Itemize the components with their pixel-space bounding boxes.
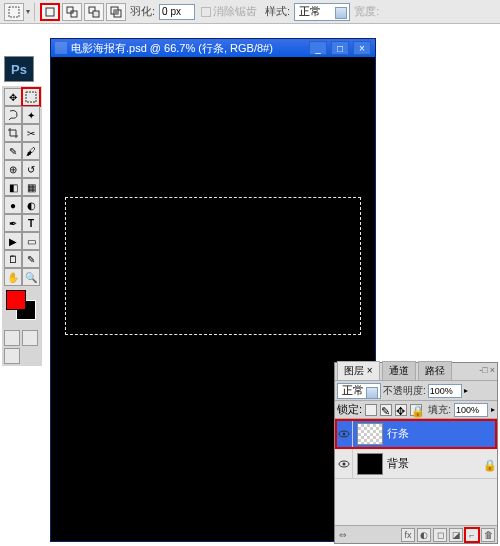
document-icon	[55, 42, 67, 54]
delete-layer-button[interactable]: 🗑	[481, 528, 495, 542]
lock-label: 锁定:	[337, 402, 362, 417]
maximize-button[interactable]: □	[331, 41, 349, 55]
selection-new-button[interactable]	[40, 3, 60, 21]
svg-rect-0	[9, 7, 19, 17]
path-select-tool[interactable]: ▶	[4, 232, 22, 250]
lock-icon: 🔒	[483, 459, 493, 469]
feather-label: 羽化:	[130, 4, 155, 19]
adjustment-layer-button[interactable]: ◻	[433, 528, 447, 542]
dropdown-arrow-icon[interactable]: ▾	[26, 7, 30, 16]
type-tool[interactable]: T	[22, 214, 40, 232]
svg-rect-8	[114, 10, 118, 14]
move-tool[interactable]: ✥	[4, 88, 22, 106]
blend-mode-select[interactable]: 正常	[337, 383, 381, 399]
zoom-tool[interactable]: 🔍	[22, 268, 40, 286]
visibility-toggle[interactable]	[335, 419, 353, 448]
layer-group-button[interactable]: ◪	[449, 528, 463, 542]
layer-lock-row: 锁定: ✎ ✥ 🔒 填充: 100% ▸	[335, 401, 497, 419]
history-brush-tool[interactable]: ↺	[22, 160, 40, 178]
heal-tool[interactable]: ✎	[4, 142, 22, 160]
eyedropper-tool[interactable]: ✎	[22, 250, 40, 268]
layers-panel: 图层 × 通道 路径 -□× 正常 不透明度: 100% ▸ 锁定: ✎ ✥ 🔒…	[334, 362, 498, 544]
close-button[interactable]: ×	[353, 41, 371, 55]
new-layer-button[interactable]: ⌐	[465, 528, 479, 542]
opacity-value[interactable]: 100%	[428, 384, 462, 398]
link-layers-button[interactable]: ⇔	[339, 530, 347, 540]
fill-label: 填充:	[428, 403, 451, 417]
feather-input[interactable]	[159, 4, 195, 20]
panel-menu-icon[interactable]: -□	[479, 365, 487, 375]
shape-tool[interactable]: ▭	[22, 232, 40, 250]
marquee-options-bar: ▾ 羽化: 消除锯齿 样式: 正常 宽度:	[0, 0, 500, 24]
style-label: 样式:	[265, 4, 290, 19]
layer-name[interactable]: 背景	[387, 456, 409, 471]
document-window: 电影海报有.psd @ 66.7% (行条, RGB/8#) _ □ ×	[50, 38, 376, 542]
screen-mode-button[interactable]	[4, 348, 20, 364]
magic-wand-tool[interactable]: ✦	[22, 106, 40, 124]
layers-list: 行条 背景 🔒	[335, 419, 497, 525]
opacity-arrow-icon[interactable]: ▸	[464, 386, 468, 395]
fill-value[interactable]: 100%	[454, 403, 488, 417]
toolbox: ✥ ✦ ✂ ✎🖌 ⊕↺ ◧▦ ●◐ ✒T ▶▭ 🗒✎ ✋🔍	[2, 86, 42, 366]
lock-position-icon[interactable]: ✥	[395, 404, 407, 416]
antialias-checkbox: 消除锯齿	[201, 4, 257, 19]
minimize-button[interactable]: _	[309, 41, 327, 55]
svg-rect-9	[26, 92, 36, 102]
layer-row[interactable]: 行条	[335, 419, 497, 449]
panel-tabs: 图层 × 通道 路径 -□×	[335, 363, 497, 381]
app-logo: Ps	[4, 56, 34, 82]
pen-tool[interactable]: ✒	[4, 214, 22, 232]
layers-footer: ⇔ fx ◐ ◻ ◪ ⌐ 🗑	[335, 525, 497, 543]
width-label: 宽度:	[354, 4, 379, 19]
selection-marquee	[65, 197, 361, 335]
tab-paths[interactable]: 路径	[418, 361, 452, 380]
brush-tool[interactable]: 🖌	[22, 142, 40, 160]
foreground-color[interactable]	[6, 290, 26, 310]
layer-blend-row: 正常 不透明度: 100% ▸	[335, 381, 497, 401]
tab-layers[interactable]: 图层 ×	[337, 361, 380, 380]
fill-arrow-icon[interactable]: ▸	[491, 405, 495, 414]
marquee-tool-preview[interactable]	[4, 3, 24, 21]
svg-rect-3	[71, 11, 77, 17]
panel-close-icon[interactable]: ×	[490, 365, 495, 375]
visibility-toggle[interactable]	[335, 449, 353, 478]
right-blank-area	[376, 56, 500, 362]
opacity-label: 不透明度:	[383, 384, 426, 398]
stamp-tool[interactable]: ⊕	[4, 160, 22, 178]
style-select[interactable]: 正常	[294, 3, 350, 21]
layer-thumbnail[interactable]	[357, 453, 383, 475]
selection-intersect-button[interactable]	[106, 3, 126, 21]
tab-channels[interactable]: 通道	[382, 361, 416, 380]
slice-tool[interactable]: ✂	[22, 124, 40, 142]
document-titlebar[interactable]: 电影海报有.psd @ 66.7% (行条, RGB/8#) _ □ ×	[51, 39, 375, 57]
layer-row[interactable]: 背景 🔒	[335, 449, 497, 479]
lock-pixels-icon[interactable]: ✎	[380, 404, 392, 416]
quickmask-mode-button[interactable]	[22, 330, 38, 346]
marquee-tool[interactable]	[22, 88, 40, 106]
selection-add-button[interactable]	[62, 3, 82, 21]
eraser-tool[interactable]: ◧	[4, 178, 22, 196]
layer-name[interactable]: 行条	[387, 426, 409, 441]
separator	[34, 3, 36, 21]
lock-all-icon[interactable]: 🔒	[410, 404, 422, 416]
selection-subtract-button[interactable]	[84, 3, 104, 21]
lock-transparency-icon[interactable]	[365, 404, 377, 416]
layer-thumbnail[interactable]	[357, 423, 383, 445]
layer-fx-button[interactable]: fx	[401, 528, 415, 542]
svg-rect-5	[93, 11, 99, 17]
standard-mode-button[interactable]	[4, 330, 20, 346]
blur-tool[interactable]: ●	[4, 196, 22, 214]
crop-tool[interactable]	[4, 124, 22, 142]
document-title: 电影海报有.psd @ 66.7% (行条, RGB/8#)	[71, 41, 305, 56]
hand-tool[interactable]: ✋	[4, 268, 22, 286]
document-canvas[interactable]	[51, 57, 375, 541]
color-swatches[interactable]	[4, 288, 40, 326]
gradient-tool[interactable]: ▦	[22, 178, 40, 196]
svg-point-11	[342, 432, 345, 435]
lasso-tool[interactable]	[4, 106, 22, 124]
dodge-tool[interactable]: ◐	[22, 196, 40, 214]
svg-rect-1	[46, 8, 54, 16]
notes-tool[interactable]: 🗒	[4, 250, 22, 268]
svg-rect-2	[67, 7, 73, 13]
layer-mask-button[interactable]: ◐	[417, 528, 431, 542]
